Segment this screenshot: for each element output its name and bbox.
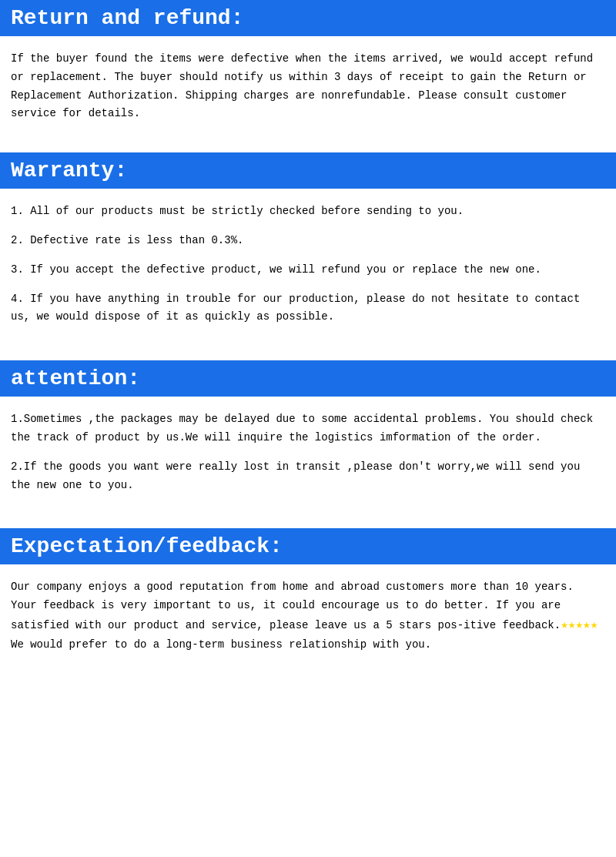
expectation-body: Our company enjoys a good reputation fro… xyxy=(0,575,616,676)
warranty-item-4: 4. If you have anything in trouble for o… xyxy=(11,290,605,327)
expectation-text-after-stars: We would prefer to do a long-term busine… xyxy=(11,638,431,651)
attention-item-2: 2.If the goods you want were really lost… xyxy=(11,458,605,495)
warranty-item-3: 3. If you accept the defective product, … xyxy=(11,261,605,280)
expectation-section: Expectation/feedback: Our company enjoys… xyxy=(0,528,616,676)
expectation-header: Expectation/feedback: xyxy=(0,528,616,564)
warranty-body: 1. All of our products must be strictly … xyxy=(0,199,616,353)
attention-header: attention: xyxy=(0,360,616,397)
attention-section: attention: 1.Sometimes ,the packages may… xyxy=(0,360,616,521)
warranty-item-1: 1. All of our products must be strictly … xyxy=(11,203,605,221)
attention-item-1: 1.Sometimes ,the packages may be delayed… xyxy=(11,410,605,447)
expectation-text: Our company enjoys a good reputation fro… xyxy=(11,578,605,654)
warranty-section: Warranty: 1. All of our products must be… xyxy=(0,152,616,353)
return-refund-text: If the buyer found the items were defect… xyxy=(11,50,605,123)
warranty-header: Warranty: xyxy=(0,152,616,189)
warranty-item-2: 2. Defective rate is less than 0.3%. xyxy=(11,232,605,250)
return-refund-header: Return and refund: xyxy=(0,0,616,36)
return-refund-body: If the buyer found the items were defect… xyxy=(0,47,616,145)
expectation-text-before-stars: Our company enjoys a good reputation fro… xyxy=(11,581,574,631)
stars-icon: ★★★★★ xyxy=(561,618,598,632)
attention-body: 1.Sometimes ,the packages may be delayed… xyxy=(0,407,616,521)
return-refund-section: Return and refund: If the buyer found th… xyxy=(0,0,616,145)
